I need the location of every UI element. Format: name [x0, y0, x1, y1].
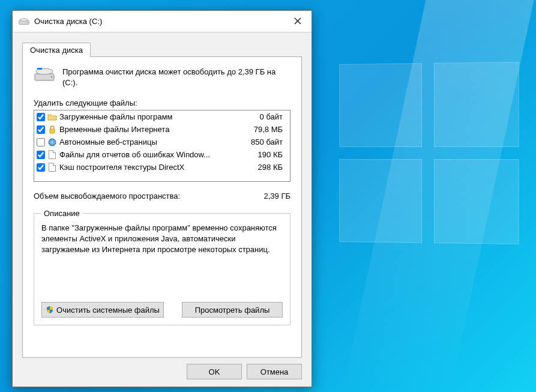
disk-cleanup-dialog: Очистка диска (C:) Очистка диска: [12, 10, 312, 387]
page-icon: [47, 163, 57, 172]
svg-point-1: [20, 18, 28, 21]
checkbox[interactable]: [37, 138, 45, 146]
list-item[interactable]: Файлы для отчетов об ошибках Window... 1…: [34, 148, 290, 161]
drive-large-icon: [34, 67, 55, 82]
checkbox[interactable]: [37, 113, 45, 121]
cancel-button[interactable]: Отмена: [247, 364, 302, 379]
checkbox[interactable]: [37, 163, 45, 172]
list-item[interactable]: Загруженные файлы программ 0 байт: [34, 110, 290, 123]
item-name: Загруженные файлы программ: [59, 112, 237, 121]
list-label: Удалить следующие файлы:: [34, 98, 291, 107]
close-button[interactable]: [284, 11, 312, 32]
view-files-button[interactable]: Просмотреть файлы: [182, 302, 283, 318]
dialog-footer: OK Отмена: [187, 364, 302, 379]
item-size: 190 КБ: [239, 150, 288, 159]
intro-row: Программа очистки диска может освободить…: [34, 67, 291, 88]
ok-button[interactable]: OK: [187, 364, 242, 379]
svg-rect-5: [37, 68, 42, 70]
page-icon: [47, 150, 57, 160]
checkbox[interactable]: [37, 125, 45, 134]
windows-logo-backdrop: [339, 62, 519, 244]
item-size: 79,8 МБ: [239, 125, 288, 134]
close-icon: [294, 16, 301, 27]
total-value: 2,39 ГБ: [264, 191, 291, 201]
folder-icon: [47, 112, 57, 122]
item-name: Автономные веб-страницы: [59, 137, 237, 146]
tab-panel: Программа очистки диска может освободить…: [22, 56, 302, 358]
total-label: Объем высвобождаемого пространства:: [34, 191, 180, 201]
lock-icon: [47, 125, 57, 134]
titlebar[interactable]: Очистка диска (C:): [13, 11, 312, 32]
file-list[interactable]: Загруженные файлы программ 0 байт Времен…: [34, 110, 291, 182]
list-item[interactable]: Автономные веб-страницы 850 байт: [34, 136, 290, 148]
description-group: Описание В папке "Загруженные файлы прог…: [34, 209, 291, 325]
svg-point-2: [27, 22, 28, 23]
item-size: 0 байт: [239, 112, 288, 121]
description-text: В папке "Загруженные файлы программ" вре…: [41, 223, 283, 256]
svg-rect-7: [50, 129, 55, 133]
item-name: Кэш построителя текстуры DirectX: [59, 163, 237, 172]
item-name: Файлы для отчетов об ошибках Window...: [59, 150, 237, 159]
list-item[interactable]: Кэш построителя текстуры DirectX 298 КБ: [34, 161, 290, 173]
shield-icon: [46, 306, 54, 314]
client-area: Очистка диска Программа очистки диска мо…: [13, 32, 312, 387]
clean-system-label: Очистить системные файлы: [56, 306, 160, 315]
item-name: Временные файлы Интернета: [59, 125, 237, 134]
checkbox[interactable]: [37, 151, 45, 159]
window-title: Очистка диска (C:): [34, 17, 284, 26]
item-size: 298 КБ: [239, 163, 288, 172]
tabstrip: Очистка диска: [22, 42, 302, 56]
item-size: 850 байт: [239, 137, 288, 146]
description-legend: Описание: [41, 209, 82, 218]
tab-cleanup[interactable]: Очистка диска: [22, 43, 91, 57]
list-item[interactable]: Временные файлы Интернета 79,8 МБ: [34, 123, 290, 136]
clean-system-files-button[interactable]: Очистить системные файлы: [41, 302, 164, 318]
drive-icon: [19, 17, 29, 26]
intro-message: Программа очистки диска может освободить…: [62, 67, 291, 88]
globe-icon: [47, 137, 57, 147]
total-row: Объем высвобождаемого пространства: 2,39…: [34, 191, 291, 201]
svg-point-6: [51, 76, 53, 78]
